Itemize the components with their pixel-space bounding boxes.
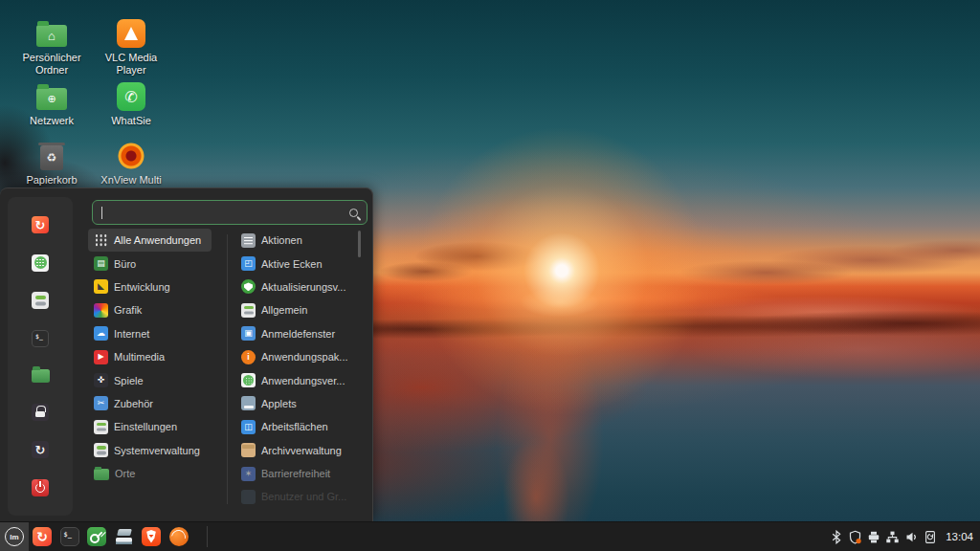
category-buero[interactable]: ▤ Büro (88, 252, 224, 275)
software-manager-icon[interactable] (32, 254, 49, 272)
all-apps-grid-icon (94, 233, 108, 248)
games-gamepad-icon: ✜ (94, 373, 108, 387)
network-icon[interactable] (885, 530, 900, 544)
places-folder-icon (94, 469, 109, 480)
archive-manager-icon (241, 443, 256, 457)
category-systemverwaltung[interactable]: Systemverwaltung (88, 439, 224, 462)
file-manager-icon[interactable] (32, 369, 50, 383)
category-orte[interactable]: Orte (88, 462, 224, 485)
app-archivverwaltung[interactable]: Archivverwaltung (235, 439, 360, 462)
actions-list-icon (241, 233, 256, 248)
app-barrierefreiheit[interactable]: ✶ Barrierefreiheit (235, 462, 360, 485)
system-tray: 13:04 (830, 530, 980, 544)
bluetooth-icon[interactable] (830, 530, 843, 544)
desktop-icon-label: XnView Multi (100, 174, 161, 187)
app-manager-icon (241, 373, 256, 387)
app-anmeldefenster[interactable]: ▣ Anmeldefenster (235, 322, 360, 345)
category-spiele[interactable]: ✜ Spiele (88, 368, 224, 391)
system-settings-icon[interactable] (32, 292, 49, 309)
accessories-scissors-icon: ✂ (94, 396, 108, 410)
scanner-app-icon[interactable] (115, 527, 134, 546)
development-icon: ◣ (94, 279, 108, 294)
app-aktionen[interactable]: Aktionen (235, 229, 360, 252)
category-multimedia[interactable]: ▶ Multimedia (88, 345, 224, 368)
login-window-icon: ▣ (241, 326, 256, 341)
app-aktive-ecken[interactable]: ◰ Aktive Ecken (235, 252, 360, 275)
favorites-rail: ↻ ↻ (8, 197, 73, 516)
printer-icon[interactable] (867, 530, 880, 544)
whatsapp-icon: ✆ (117, 82, 145, 111)
taskbar-separator (207, 526, 208, 547)
desktop-icon-label: Papierkorb (26, 174, 77, 187)
taskbar: lm ↻ (0, 521, 980, 551)
desktop-icon-vlc[interactable]: VLC Media Player (91, 19, 171, 76)
internet-cloud-icon: ☁ (94, 326, 108, 341)
desktop-screen: ⌂ Persönlicher Ordner VLC Media Player ⊕… (0, 0, 980, 551)
general-toggles-icon (241, 303, 256, 318)
xnview-eye-icon (118, 143, 145, 169)
multimedia-play-icon: ▶ (94, 350, 108, 364)
lock-screen-icon[interactable] (32, 404, 49, 421)
hot-corners-icon: ◰ (241, 256, 256, 271)
search-icon (349, 209, 358, 217)
menu-divider (227, 234, 228, 504)
trash-icon: ♻ (40, 145, 63, 170)
system-report-icon[interactable] (924, 530, 937, 544)
category-entwicklung[interactable]: ◣ Entwicklung (88, 276, 224, 298)
category-grafik[interactable]: Grafik (88, 298, 224, 321)
menu-search-box[interactable] (92, 200, 368, 225)
update-shield-icon (241, 279, 256, 294)
menu-button[interactable]: lm (0, 522, 29, 551)
taskbar-launchers: ↻ (29, 526, 208, 547)
desktop-icon-label: WhatSie (111, 115, 151, 127)
home-folder-icon: ⌂ (36, 25, 67, 47)
users-groups-icon (241, 490, 256, 504)
app-benutzer-gruppen[interactable]: Benutzer und Gr... (235, 485, 360, 508)
desktop-icon-trash[interactable]: ♻ Papierkorb (11, 142, 92, 187)
menu-search-input[interactable] (102, 206, 349, 219)
app-allgemein[interactable]: Allgemein (235, 298, 360, 321)
administration-toggles-icon (94, 443, 108, 457)
app-applets[interactable]: Applets (235, 392, 360, 415)
desktop-icon-network[interactable]: ⊕ Netzwerk (11, 82, 92, 127)
category-einstellungen[interactable]: Einstellungen (88, 415, 224, 438)
terminal-icon[interactable] (60, 527, 79, 546)
network-folder-icon: ⊕ (36, 88, 67, 110)
desktop-icon-whatsie[interactable]: ✆ WhatSie (91, 82, 171, 127)
desktop-icon-label: VLC Media Player (91, 52, 171, 76)
shutdown-icon[interactable] (32, 479, 49, 496)
app-arbeitsflaechen[interactable]: ◫ Arbeitsflächen (235, 415, 360, 438)
workspaces-icon: ◫ (241, 420, 256, 434)
terminal-icon[interactable] (32, 330, 49, 347)
preferences-toggles-icon (94, 420, 108, 434)
application-list: Aktionen ◰ Aktive Ecken Aktualisierungsv… (235, 229, 360, 509)
clock[interactable]: 13:04 (946, 531, 973, 542)
application-menu: ↻ ↻ Alle Anwendungen ▤ Büro ◣ Entwicklun… (0, 187, 373, 521)
globe-orbit-app-icon[interactable] (169, 527, 189, 546)
category-list: Alle Anwendungen ▤ Büro ◣ Entwicklung Gr… (88, 229, 224, 485)
vlc-cone-icon (117, 19, 145, 48)
swirl-app-icon[interactable]: ↻ (33, 527, 52, 546)
desktop-icon-home[interactable]: ⌂ Persönlicher Ordner (11, 19, 92, 76)
app-aktualisierungsverwaltung[interactable]: Aktualisierungsv... (235, 276, 360, 298)
applets-icon (241, 396, 256, 410)
app-anwendungspakete[interactable]: i Anwendungspak... (235, 345, 360, 368)
package-info-icon: i (241, 350, 256, 364)
swirl-app-icon[interactable]: ↻ (32, 216, 49, 233)
graphics-icon (94, 303, 108, 318)
office-icon: ▤ (94, 256, 108, 271)
update-shield-badge-icon[interactable] (848, 530, 862, 544)
logout-icon[interactable]: ↻ (32, 441, 49, 458)
desktop-icon-label: Netzwerk (30, 115, 74, 127)
brave-browser-icon[interactable] (142, 527, 161, 546)
volume-icon[interactable] (904, 530, 919, 544)
desktop-icon-xnview[interactable]: XnView Multi (91, 142, 171, 187)
linux-mint-logo-icon: lm (5, 527, 24, 546)
category-zubehoer[interactable]: ✂ Zubehör (88, 392, 224, 415)
category-internet[interactable]: ☁ Internet (88, 322, 224, 345)
category-all-applications[interactable]: Alle Anwendungen (88, 229, 212, 252)
app-anwendungsverwaltung[interactable]: Anwendungsver... (235, 368, 360, 391)
desktop-icon-label: Persönlicher Ordner (11, 52, 92, 76)
key-app-icon[interactable] (87, 527, 106, 546)
accessibility-icon: ✶ (241, 467, 256, 481)
